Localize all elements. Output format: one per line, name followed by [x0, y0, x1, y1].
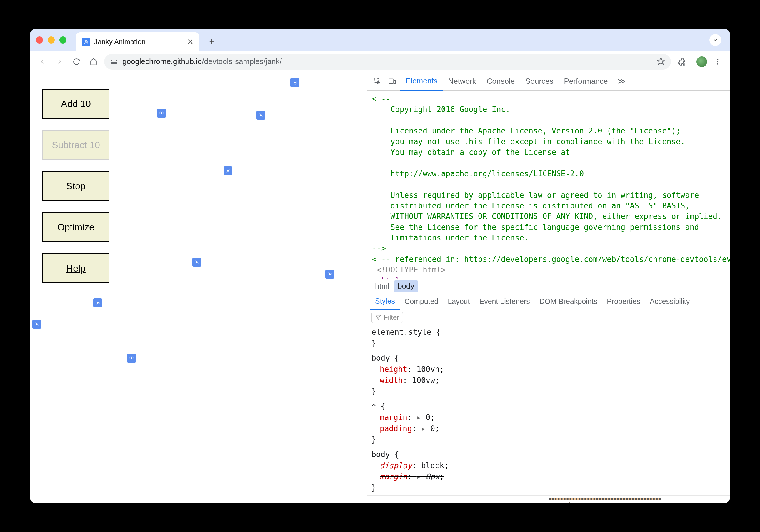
device-toggle-icon[interactable] — [386, 75, 399, 88]
inspect-element-icon[interactable] — [371, 75, 384, 88]
bookmark-icon[interactable] — [657, 57, 665, 66]
breadcrumb-body[interactable]: body — [394, 281, 418, 292]
new-tab-button[interactable]: ＋ — [207, 36, 216, 46]
styles-tabbar: StylesComputedLayoutEvent ListenersDOM B… — [367, 293, 730, 310]
styles-subtab-accessibility[interactable]: Accessibility — [645, 293, 694, 310]
chrome-logo-sprite — [93, 298, 102, 307]
tab-favicon: ◎ — [82, 38, 90, 46]
dom-tree[interactable]: <!-- Copyright 2016 Google Inc. Licensed… — [367, 91, 730, 279]
style-rule-body-ua[interactable]: user agent stylesheet body { display: bl… — [367, 447, 730, 496]
optimize-button[interactable]: Optimize — [42, 212, 110, 242]
chrome-logo-sprite — [290, 78, 299, 87]
styles-filter-bar: Filter :hov .cls — [367, 310, 730, 325]
site-info-icon[interactable] — [110, 58, 118, 66]
minimize-window-button[interactable] — [48, 36, 55, 43]
tab-close-icon[interactable]: ✕ — [187, 37, 194, 46]
dom-comment[interactable]: <!-- referenced in: https://developers.g… — [372, 254, 730, 265]
chrome-logo-sprite — [157, 109, 166, 117]
stop-button[interactable]: Stop — [42, 171, 110, 201]
subtract-button[interactable]: Subtract 10 — [42, 130, 110, 160]
styles-subtab-dom-breakpoints[interactable]: DOM Breakpoints — [535, 293, 602, 310]
chrome-logo-sprite — [257, 111, 265, 120]
dom-html-tag[interactable]: <html> — [372, 275, 730, 279]
home-button[interactable] — [87, 55, 100, 68]
traffic-lights — [36, 36, 67, 43]
styles-subtab-styles[interactable]: Styles — [370, 293, 400, 310]
style-rule-universal[interactable]: styles.css:15 * { margin: ▸ 0; padding: … — [367, 399, 730, 447]
url-domain: googlechrome.github.io — [122, 57, 202, 66]
address-bar[interactable]: googlechrome.github.io/devtools-samples/… — [104, 54, 671, 70]
devtools-tabbar: ElementsNetworkConsoleSourcesPerformance… — [367, 72, 730, 91]
url-path: /devtools-samples/jank/ — [202, 57, 282, 66]
tab-title: Janky Animation — [94, 38, 183, 46]
box-model-margin-value: - — [612, 500, 616, 503]
dom-doctype[interactable]: <!DOCTYPE html> — [372, 265, 730, 275]
chrome-logo-sprite — [223, 166, 232, 175]
styles-filter-input[interactable]: Filter — [371, 312, 403, 323]
tab-overflow-button[interactable] — [709, 34, 721, 46]
chrome-logo-sprite — [127, 354, 136, 363]
chrome-logo-sprite — [32, 320, 41, 329]
svg-point-4 — [717, 61, 718, 62]
chrome-logo-sprite — [325, 270, 334, 279]
profile-avatar[interactable] — [696, 57, 707, 67]
page-viewport: Add 10 Subtract 10 Stop Optimize Help — [30, 72, 367, 503]
style-rule-element[interactable]: element.style { } — [367, 325, 730, 351]
url-text: googlechrome.github.io/devtools-samples/… — [122, 57, 282, 66]
styles-subtab-computed[interactable]: Computed — [400, 293, 443, 310]
filter-placeholder: Filter — [384, 313, 399, 322]
svg-rect-8 — [394, 80, 396, 84]
browser-toolbar: googlechrome.github.io/devtools-samples/… — [30, 51, 730, 72]
styles-pane[interactable]: element.style { } styles.css:20 body { h… — [367, 325, 730, 503]
maximize-window-button[interactable] — [59, 36, 67, 43]
style-rule-body[interactable]: styles.css:20 body { height: 100vh; widt… — [367, 351, 730, 399]
toolbar-separator — [692, 57, 692, 66]
add-button[interactable]: Add 10 — [42, 89, 110, 119]
back-button[interactable] — [36, 55, 49, 68]
styles-subtab-layout[interactable]: Layout — [443, 293, 474, 310]
styles-subtab-properties[interactable]: Properties — [602, 293, 645, 310]
svg-rect-7 — [389, 79, 393, 83]
filter-icon — [375, 315, 381, 320]
browser-tab[interactable]: ◎ Janky Animation ✕ — [76, 32, 199, 51]
dom-comment[interactable]: <!-- Copyright 2016 Google Inc. Licensed… — [372, 94, 730, 254]
svg-point-3 — [717, 59, 718, 60]
svg-rect-0 — [112, 60, 117, 61]
devtools-tabs-overflow-icon[interactable]: ≫ — [615, 77, 629, 86]
chrome-logo-sprite — [192, 258, 201, 267]
svg-marker-2 — [657, 58, 664, 64]
devtools-tab-performance[interactable]: Performance — [559, 72, 613, 91]
help-button[interactable]: Help — [42, 253, 110, 283]
forward-button[interactable] — [53, 55, 66, 68]
box-model-diagram[interactable]: margin - — [367, 496, 730, 500]
devtools-tab-network[interactable]: Network — [443, 72, 481, 91]
extensions-icon[interactable] — [675, 55, 688, 68]
svg-point-5 — [717, 63, 718, 65]
devtools-tab-console[interactable]: Console — [482, 72, 520, 91]
devtools-tab-elements[interactable]: Elements — [400, 72, 443, 91]
close-window-button[interactable] — [36, 36, 43, 43]
styles-subtab-event-listeners[interactable]: Event Listeners — [475, 293, 535, 310]
browser-menu-icon[interactable] — [711, 55, 724, 68]
box-model-margin-label: margin — [552, 500, 576, 503]
breadcrumb-html[interactable]: html — [371, 281, 393, 292]
devtools-panel: ElementsNetworkConsoleSourcesPerformance… — [367, 72, 730, 503]
reload-button[interactable] — [70, 55, 83, 68]
svg-marker-15 — [376, 315, 381, 320]
svg-rect-1 — [112, 62, 117, 64]
dom-breadcrumbs: html body — [367, 279, 730, 293]
page-controls: Add 10 Subtract 10 Stop Optimize Help — [42, 89, 110, 283]
window-titlebar: ◎ Janky Animation ✕ ＋ — [30, 29, 730, 51]
devtools-tab-sources[interactable]: Sources — [520, 72, 558, 91]
